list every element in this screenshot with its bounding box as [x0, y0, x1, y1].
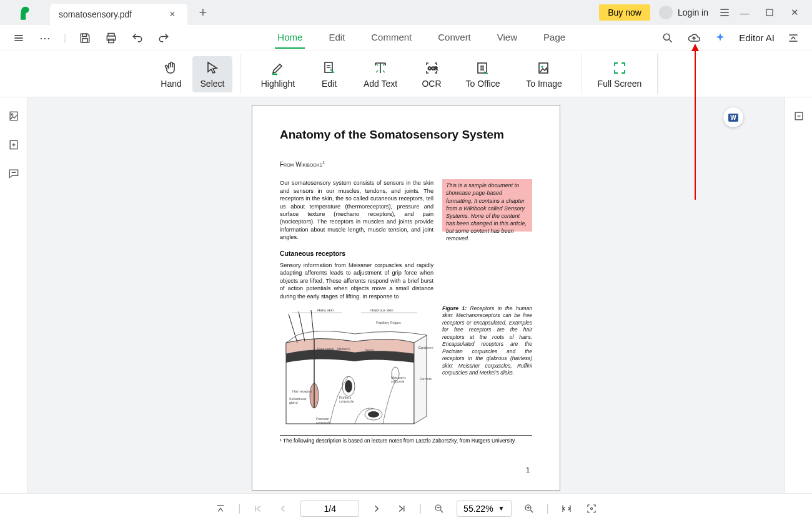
avatar-icon: [659, 6, 673, 19]
search-icon[interactable]: [660, 31, 675, 46]
last-page-button[interactable]: [394, 501, 409, 516]
page-title: Anatomy of the Somatosensory System: [280, 128, 532, 142]
svg-line-63: [440, 510, 443, 512]
tab-edit[interactable]: Edit: [326, 27, 347, 49]
svg-point-12: [664, 34, 670, 40]
to-office-tool[interactable]: To Office: [453, 56, 513, 92]
cloud-upload-icon[interactable]: [686, 31, 701, 46]
bookmarks-icon[interactable]: [6, 137, 21, 152]
svg-text:Hair receptor: Hair receptor: [292, 389, 312, 393]
zoom-in-button[interactable]: [522, 501, 537, 516]
fullscreen-icon: [611, 60, 628, 76]
document-canvas[interactable]: Anatomy of the Somatosensory System From…: [27, 97, 785, 493]
svg-text:Free nerve: Free nerve: [317, 347, 334, 351]
new-tab-button[interactable]: +: [194, 3, 212, 22]
login-button[interactable]: Login in: [659, 6, 708, 19]
right-sidebar: [785, 97, 812, 493]
first-page-alt-icon[interactable]: [213, 501, 228, 516]
comments-panel-icon[interactable]: [6, 166, 21, 181]
first-page-button[interactable]: [250, 501, 265, 516]
sparkle-icon[interactable]: [713, 31, 728, 46]
svg-point-39: [368, 411, 379, 418]
maximize-button[interactable]: [763, 6, 776, 19]
to-office-icon: [475, 60, 491, 76]
tab-title: somatosensory.pdf: [59, 9, 132, 19]
page-number: 1: [526, 466, 530, 474]
tab-comment[interactable]: Comment: [369, 27, 414, 49]
fit-page-icon[interactable]: [584, 501, 599, 516]
highlight-tool[interactable]: Highlight: [248, 56, 308, 92]
zoom-out-button[interactable]: [432, 501, 447, 516]
buy-now-button[interactable]: Buy now: [599, 4, 650, 21]
status-bar: | 1/4 | 55.22%▼ |: [0, 493, 812, 523]
figure-caption: Figure 1: Receptors in the human skin: M…: [442, 305, 532, 430]
full-screen-tool[interactable]: Full Screen: [590, 56, 650, 92]
svg-rect-7: [82, 34, 87, 36]
svg-text:Epidermis: Epidermis: [418, 346, 433, 349]
svg-text:Papillary Ridges: Papillary Ridges: [376, 321, 401, 325]
titlebar: somatosensory.pdf × + Buy now Login in —…: [0, 0, 812, 25]
tab-convert[interactable]: Convert: [435, 27, 473, 49]
ocr-tool[interactable]: OCR OCR: [412, 56, 452, 92]
add-text-tool[interactable]: Add Text: [350, 56, 410, 92]
minimize-button[interactable]: —: [738, 6, 751, 19]
main-area: Anatomy of the Somatosensory System From…: [0, 97, 812, 493]
section-heading: Cutaneous receptors: [280, 249, 433, 258]
annotation-arrow: [695, 50, 696, 200]
app-menu-icon[interactable]: [717, 5, 732, 20]
svg-text:Glabrous skin: Glabrous skin: [370, 308, 394, 312]
menu-tabs: Home Edit Comment Convert View Page: [182, 27, 660, 49]
tab-home[interactable]: Home: [275, 27, 305, 49]
properties-panel-icon[interactable]: [791, 109, 806, 124]
tab-view[interactable]: View: [495, 27, 520, 49]
save-icon[interactable]: [77, 31, 92, 46]
svg-text:OCR: OCR: [428, 66, 438, 71]
undo-icon[interactable]: [130, 31, 145, 46]
to-image-tool[interactable]: To Image: [514, 56, 574, 92]
sample-note-box: This is a sample document to showcase pa…: [442, 179, 532, 232]
print-icon[interactable]: [104, 31, 119, 46]
menu-row: ⋯ | Home Edit Comment Convert View Page …: [0, 25, 812, 51]
hamburger-menu-icon[interactable]: [11, 31, 26, 46]
to-image-icon: [536, 60, 552, 76]
app-logo: [0, 4, 50, 21]
more-icon[interactable]: ⋯: [37, 31, 52, 46]
svg-text:Merkel's: Merkel's: [337, 347, 350, 351]
svg-text:Dermis: Dermis: [420, 377, 432, 381]
svg-rect-11: [109, 39, 114, 42]
svg-point-22: [11, 114, 13, 115]
close-window-button[interactable]: ✕: [788, 6, 801, 19]
svg-rect-3: [766, 9, 773, 16]
svg-text:corpuscle: corpuscle: [339, 399, 354, 403]
svg-text:gland: gland: [289, 401, 297, 404]
figure-diagram: Hairy skin Glabrous skin: [280, 305, 433, 430]
svg-text:corpuscle: corpuscle: [391, 379, 405, 383]
hand-tool[interactable]: Hand: [151, 56, 191, 92]
convert-to-word-pill[interactable]: W: [723, 107, 743, 127]
intro-paragraph: Our somatosensory system consists of sen…: [280, 179, 433, 241]
page-indicator[interactable]: 1/4: [300, 501, 359, 517]
zoom-level[interactable]: 55.22%▼: [457, 501, 511, 517]
collapse-ribbon-icon[interactable]: [786, 31, 801, 46]
section-paragraph: Sensory information from Meissner corpus…: [280, 262, 433, 300]
document-tab[interactable]: somatosensory.pdf ×: [50, 4, 187, 25]
svg-line-67: [530, 510, 533, 512]
left-sidebar: [0, 97, 27, 493]
close-tab-icon[interactable]: ×: [169, 9, 175, 20]
svg-text:corpuscle: corpuscle: [316, 421, 331, 424]
redo-icon[interactable]: [156, 31, 171, 46]
svg-point-20: [542, 66, 543, 67]
window-controls: — ✕: [738, 6, 801, 19]
select-tool[interactable]: Select: [192, 56, 232, 92]
svg-line-13: [670, 39, 672, 42]
fit-width-icon[interactable]: [559, 501, 574, 516]
tab-page[interactable]: Page: [541, 27, 568, 49]
next-page-button[interactable]: [369, 501, 384, 516]
editor-ai-button[interactable]: Editor AI: [739, 32, 775, 43]
edit-tool[interactable]: Edit: [309, 56, 349, 92]
toolbar: Hand Select Highlight Edit Add Text OCR …: [0, 51, 812, 97]
prev-page-button[interactable]: [275, 501, 290, 516]
login-label: Login in: [678, 7, 708, 17]
svg-point-37: [345, 380, 352, 393]
thumbnails-icon[interactable]: [6, 109, 21, 124]
